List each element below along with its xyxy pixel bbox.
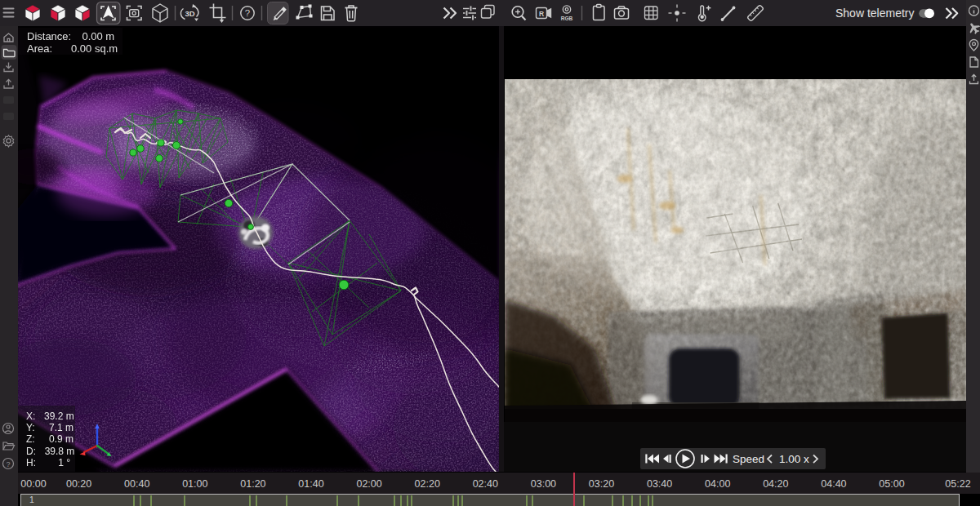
svg-text:Speed: Speed	[733, 453, 764, 465]
svg-text:03:20: 03:20	[589, 478, 614, 490]
svg-text:03:00: 03:00	[531, 478, 556, 490]
svg-text:03:40: 03:40	[647, 478, 672, 490]
svg-text:01:40: 01:40	[298, 478, 323, 490]
svg-text:05:22: 05:22	[945, 478, 970, 490]
svg-text:02:00: 02:00	[356, 478, 381, 490]
svg-text:1: 1	[29, 495, 34, 504]
svg-text:00:40: 00:40	[124, 478, 149, 490]
svg-text:00:00: 00:00	[20, 478, 46, 490]
svg-text:01:00: 01:00	[182, 478, 207, 490]
svg-text:04:40: 04:40	[821, 478, 846, 490]
svg-text:1.00 x: 1.00 x	[779, 453, 809, 465]
svg-text:?: ?	[6, 460, 10, 468]
svg-text:04:20: 04:20	[763, 478, 788, 490]
svg-text:00:20: 00:20	[66, 478, 91, 490]
svg-text:01:20: 01:20	[240, 478, 265, 490]
svg-text:?: ?	[245, 8, 250, 18]
svg-text:02:40: 02:40	[473, 478, 498, 490]
svg-text:Show telemetry: Show telemetry	[835, 7, 914, 20]
svg-text:05:00: 05:00	[879, 478, 904, 490]
svg-text:04:00: 04:00	[705, 478, 730, 490]
svg-text:R: R	[539, 10, 544, 18]
svg-text:02:20: 02:20	[415, 478, 440, 490]
svg-text:3D: 3D	[185, 9, 194, 18]
svg-text:RGB: RGB	[561, 16, 573, 21]
